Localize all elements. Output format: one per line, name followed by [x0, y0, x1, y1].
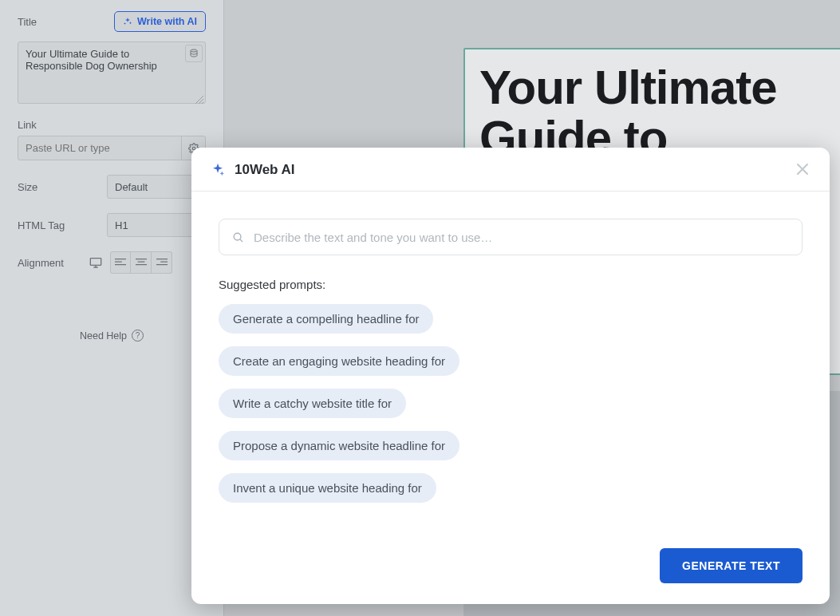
- modal-footer: GENERATE TEXT: [191, 534, 830, 604]
- suggested-chips: Generate a compelling headline for Creat…: [219, 304, 803, 503]
- suggested-chip[interactable]: Create an engaging website heading for: [219, 346, 459, 376]
- generate-text-button[interactable]: GENERATE TEXT: [660, 548, 803, 583]
- suggested-chip[interactable]: Propose a dynamic website headline for: [219, 431, 459, 460]
- modal-header: 10Web AI: [191, 148, 830, 192]
- prompt-input[interactable]: [254, 231, 789, 244]
- search-icon: [232, 231, 244, 243]
- modal-close-button[interactable]: [795, 162, 810, 178]
- modal-brand-text: 10Web AI: [235, 162, 295, 178]
- prompt-input-wrap: [219, 219, 803, 255]
- suggested-chip[interactable]: Generate a compelling headline for: [219, 304, 433, 334]
- suggested-label: Suggested prompts:: [219, 278, 803, 291]
- svg-point-13: [234, 233, 241, 240]
- suggested-chip[interactable]: Write a catchy website title for: [219, 389, 406, 418]
- sparkle-icon: [211, 163, 225, 177]
- suggested-chip[interactable]: Invent a unique website heading for: [219, 473, 436, 503]
- modal-brand: 10Web AI: [211, 162, 295, 178]
- close-icon: [797, 164, 808, 175]
- ai-modal: 10Web AI Suggested prompts: Generate a c…: [191, 148, 830, 604]
- modal-body: Suggested prompts: Generate a compelling…: [191, 192, 830, 534]
- modal-overlay: 10Web AI Suggested prompts: Generate a c…: [0, 0, 840, 616]
